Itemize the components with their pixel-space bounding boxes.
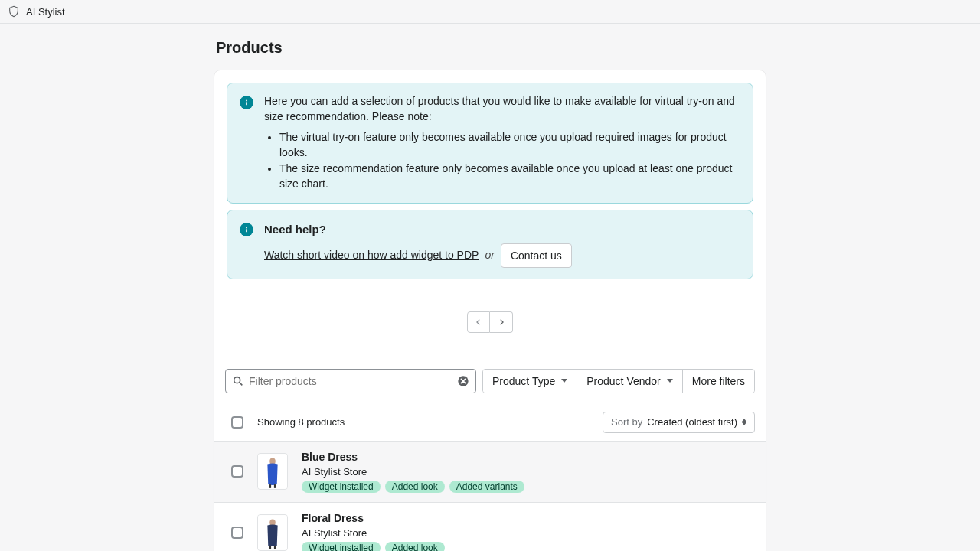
prev-page-button[interactable]: [467, 311, 490, 333]
search-input-wrap[interactable]: [225, 369, 476, 393]
svg-point-0: [246, 100, 247, 102]
product-name: Blue Dress: [302, 451, 524, 463]
svg-rect-13: [274, 546, 276, 549]
chevron-down-icon: [667, 379, 673, 383]
product-vendor-filter[interactable]: Product Vendor: [577, 370, 683, 393]
product-badge: Added look: [385, 542, 445, 551]
next-page-button[interactable]: [490, 311, 513, 333]
contact-us-button[interactable]: Contact us: [501, 243, 572, 268]
svg-rect-12: [269, 546, 271, 549]
topbar: AI Stylist: [0, 0, 980, 24]
main-card: Here you can add a selection of products…: [214, 70, 766, 551]
help-banner: Need help? Watch short video on how add …: [227, 210, 753, 279]
product-badge: Added look: [385, 481, 445, 493]
svg-point-4: [234, 377, 240, 383]
product-vendor: AI Stylist Store: [302, 466, 524, 478]
pagination: [214, 298, 766, 347]
row-checkbox[interactable]: [231, 527, 243, 539]
filter-segments: Product Type Product Vendor More filters: [482, 369, 755, 393]
select-all-checkbox[interactable]: [231, 416, 243, 429]
info-banner-content: Here you can add a selection of products…: [264, 94, 740, 192]
help-or: or: [485, 248, 494, 263]
product-thumbnail: [257, 453, 288, 490]
search-icon: [232, 375, 244, 387]
product-badge: Widget installed: [302, 542, 381, 551]
counter-row: Showing 8 products Sort by Created (olde…: [214, 404, 766, 441]
sort-value: Created (oldest first): [647, 416, 737, 428]
app-icon: [8, 5, 20, 18]
svg-rect-1: [246, 102, 247, 105]
row-checkbox[interactable]: [231, 465, 243, 478]
clear-search-icon[interactable]: [457, 375, 469, 387]
svg-rect-9: [274, 484, 276, 488]
watch-video-link[interactable]: Watch short video on how add widget to P…: [264, 248, 479, 263]
info-icon: [240, 223, 253, 236]
product-thumbnail: [257, 514, 288, 551]
product-badge: Added variants: [449, 481, 524, 493]
filter-bar: Product Type Product Vendor More filters: [214, 347, 766, 404]
sort-button[interactable]: Sort by Created (oldest first): [603, 412, 755, 433]
product-type-filter[interactable]: Product Type: [483, 370, 577, 393]
info-icon: [240, 96, 253, 109]
product-row[interactable]: Blue Dress AI Stylist Store Widget insta…: [214, 441, 766, 502]
info-bullet-2: The size recommendation feature only bec…: [279, 161, 740, 191]
info-banner: Here you can add a selection of products…: [227, 83, 753, 204]
svg-rect-3: [246, 229, 247, 232]
product-row[interactable]: Floral Dress AI Stylist Store Widget ins…: [214, 502, 766, 551]
app-title: AI Stylist: [26, 6, 65, 18]
svg-rect-8: [269, 484, 271, 488]
product-vendor: AI Stylist Store: [302, 527, 445, 539]
info-bullet-1: The virtual try-on feature only becomes …: [279, 130, 740, 160]
chevron-down-icon: [561, 379, 567, 383]
product-list: Blue Dress AI Stylist Store Widget insta…: [214, 441, 766, 551]
info-banner-intro: Here you can add a selection of products…: [264, 94, 740, 124]
more-filters-button[interactable]: More filters: [683, 370, 754, 393]
sort-arrows-icon: [742, 419, 746, 425]
search-input[interactable]: [249, 375, 452, 387]
help-title: Need help?: [264, 221, 740, 237]
product-name: Floral Dress: [302, 512, 445, 524]
showing-count: Showing 8 products: [257, 416, 345, 428]
product-badge: Widget installed: [302, 481, 381, 493]
svg-point-2: [246, 227, 247, 228]
page-title: Products: [214, 39, 766, 57]
sort-label: Sort by: [611, 416, 642, 428]
